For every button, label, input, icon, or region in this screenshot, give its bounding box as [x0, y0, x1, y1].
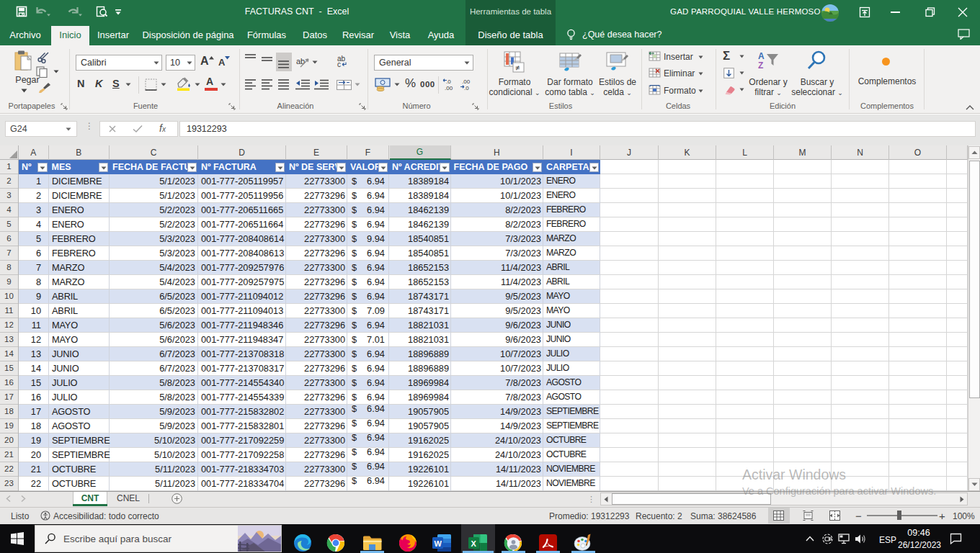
- svg-text:A: A: [758, 51, 765, 61]
- svg-text:Z: Z: [758, 60, 763, 71]
- svg-text:c: c: [337, 60, 341, 68]
- svg-text:.0: .0: [446, 78, 451, 85]
- svg-text:.00: .00: [445, 85, 453, 91]
- svg-text:W: W: [434, 539, 442, 548]
- svg-text:.0: .0: [464, 85, 469, 91]
- svg-text:.00: .00: [462, 78, 471, 85]
- svg-text:≠: ≠: [515, 63, 520, 72]
- svg-text:X: X: [471, 539, 477, 548]
